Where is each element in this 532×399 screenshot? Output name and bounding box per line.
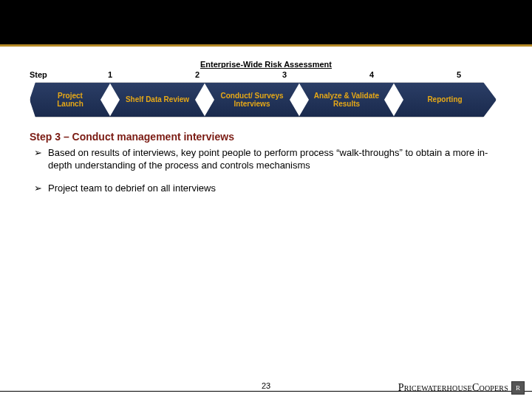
step-box-5: Reporting — [393, 82, 497, 117]
bullet-icon: ➢ — [34, 183, 42, 195]
step-text-1: Project Launch — [30, 83, 110, 117]
step-text-5: Reporting — [394, 83, 496, 117]
step-num-4: 4 — [328, 70, 415, 79]
brand-mark-icon: R — [511, 381, 525, 395]
step-num-1: 1 — [66, 70, 154, 79]
step-number-row: Step 1 2 3 4 5 — [30, 70, 502, 79]
process-arrow: Project Launch Shelf Data Review Conduct… — [30, 82, 502, 117]
step-text-3: Conduct/ Surveys Interviews — [205, 83, 299, 117]
process-title: Enterprise-Wide Risk Assessment — [30, 60, 502, 69]
step-text-2: Shelf Data Review — [110, 83, 205, 117]
step-text-4: Analyze & Validate Results — [299, 83, 394, 117]
step-num-5: 5 — [415, 70, 502, 79]
step-label: Step — [30, 70, 66, 79]
step-box-4: Analyze & Validate Results — [299, 82, 395, 117]
section-heading: Step 3 – Conduct management interviews — [30, 131, 502, 143]
step-box-1: Project Launch — [30, 82, 111, 117]
step-box-2: Shelf Data Review — [109, 82, 205, 117]
bullet-item: ➢ Based on results of interviews, key po… — [34, 147, 502, 172]
bullet-icon: ➢ — [34, 147, 42, 172]
brand-logo: PricewaterhouseCoopers R — [398, 381, 525, 395]
slide-content: Enterprise-Wide Risk Assessment Step 1 2… — [0, 47, 532, 195]
title-bar — [0, 0, 532, 47]
step-box-3: Conduct/ Surveys Interviews — [204, 82, 300, 117]
bullet-text: Based on results of interviews, key poin… — [48, 147, 502, 172]
brand-text: PricewaterhouseCoopers — [398, 382, 508, 394]
step-num-3: 3 — [241, 70, 328, 79]
bullet-text: Project team to debrief on all interview… — [48, 183, 502, 195]
step-num-2: 2 — [154, 70, 241, 79]
bullet-item: ➢ Project team to debrief on all intervi… — [34, 183, 502, 195]
